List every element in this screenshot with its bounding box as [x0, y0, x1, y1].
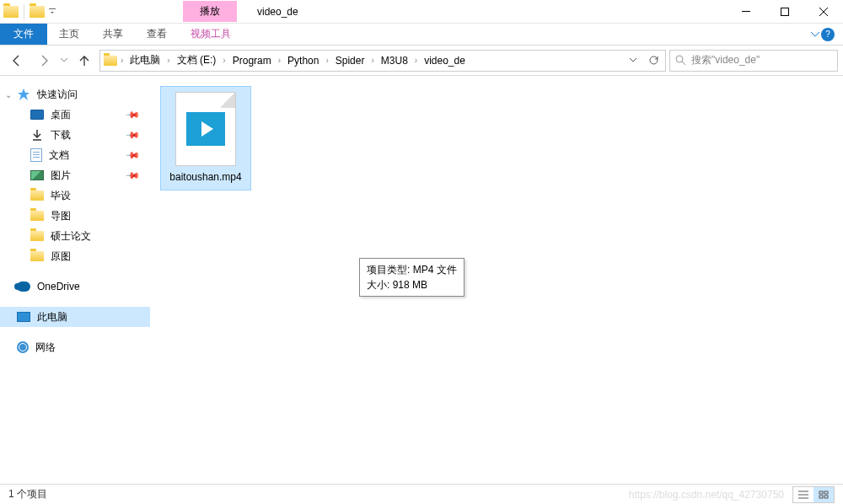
- tab-view[interactable]: 查看: [135, 24, 179, 45]
- details-view-button[interactable]: [793, 487, 813, 502]
- titlebar: 播放 video_de: [0, 0, 843, 24]
- crumb-sep-icon[interactable]: ›: [277, 56, 282, 65]
- svg-point-2: [676, 56, 683, 62]
- pc-icon: [17, 312, 30, 322]
- svg-rect-1: [781, 8, 789, 15]
- status-bar: 1 个项目 https://blog.csdn.net/qq_42730750: [0, 484, 843, 504]
- tooltip-type: 项目类型: MP4 文件: [367, 262, 457, 277]
- large-icons-view-button[interactable]: [813, 487, 834, 502]
- forward-button[interactable]: [32, 49, 56, 72]
- file-list-pane[interactable]: baitoushan.mp4 项目类型: MP4 文件 大小: 918 MB: [150, 76, 843, 484]
- qat-dropdown-icon[interactable]: [46, 6, 58, 18]
- pin-icon: 📌: [124, 167, 140, 183]
- crumb-program[interactable]: Program: [228, 51, 277, 71]
- help-icon[interactable]: ?: [821, 28, 835, 41]
- sidebar-label: 导图: [51, 209, 71, 223]
- view-toggle: [792, 486, 835, 503]
- sidebar-label: 桌面: [51, 108, 71, 122]
- expand-icon[interactable]: ⌄: [5, 90, 12, 99]
- address-dropdown[interactable]: [623, 51, 643, 71]
- maximize-button[interactable]: [765, 0, 804, 24]
- back-button[interactable]: [5, 49, 29, 72]
- folder-icon: [30, 251, 44, 261]
- sidebar-folder-shuoshi[interactable]: 硕士论文: [0, 226, 150, 246]
- history-dropdown[interactable]: [59, 58, 69, 62]
- pictures-icon: [30, 170, 44, 180]
- sidebar-label: 毕设: [51, 189, 71, 203]
- crumb-sep-icon[interactable]: ›: [413, 56, 419, 65]
- quick-access-toolbar: [0, 4, 58, 19]
- location-icon: [102, 52, 119, 69]
- item-count: 1 个项目: [8, 487, 47, 501]
- address-bar[interactable]: › 此电脑 › 文档 (E:) › Program › Python › Spi…: [99, 50, 666, 72]
- pin-icon: 📌: [124, 126, 140, 142]
- sidebar-quick-access[interactable]: ⌄ 快速访问: [0, 84, 150, 105]
- crumb-sep-icon[interactable]: ›: [119, 56, 125, 65]
- sidebar-label: 文档: [49, 148, 69, 163]
- sidebar-documents[interactable]: 文档 📌: [0, 145, 150, 165]
- sidebar-label: 图片: [51, 169, 71, 183]
- folder-icon: [30, 211, 44, 221]
- folder-icon: [30, 231, 44, 241]
- crumb-sep-icon[interactable]: ›: [324, 56, 330, 65]
- crumb-python[interactable]: Python: [282, 51, 324, 71]
- sidebar-downloads[interactable]: 下载 📌: [0, 125, 150, 145]
- file-tooltip: 项目类型: MP4 文件 大小: 918 MB: [359, 258, 464, 297]
- crumb-sep-icon[interactable]: ›: [221, 56, 227, 65]
- search-icon: [675, 55, 686, 66]
- sidebar-folder-yuantu[interactable]: 原图: [0, 246, 150, 266]
- search-placeholder: 搜索"video_de": [691, 53, 760, 67]
- sidebar-label: 网络: [35, 340, 56, 355]
- sidebar-label: 下载: [51, 128, 71, 142]
- svg-rect-3: [819, 491, 823, 494]
- crumb-video-de[interactable]: video_de: [419, 51, 470, 71]
- navigation-bar: › 此电脑 › 文档 (E:) › Program › Python › Spi…: [0, 46, 843, 76]
- qat-folder-icon[interactable]: [30, 6, 45, 18]
- svg-rect-5: [819, 496, 823, 498]
- crumb-sep-icon[interactable]: ›: [369, 56, 375, 65]
- file-item[interactable]: baitoushan.mp4: [160, 86, 251, 190]
- ribbon-collapse[interactable]: ?: [804, 24, 843, 45]
- minimize-button[interactable]: [727, 0, 765, 24]
- sidebar-label: OneDrive: [37, 281, 80, 292]
- sidebar-network[interactable]: 网络: [0, 337, 150, 357]
- svg-rect-4: [824, 491, 828, 494]
- window-title: video_de: [257, 6, 298, 18]
- sidebar-pictures[interactable]: 图片 📌: [0, 165, 150, 185]
- app-icon[interactable]: [3, 6, 19, 18]
- sidebar-folder-bishe[interactable]: 毕设: [0, 185, 150, 206]
- crumb-this-pc[interactable]: 此电脑: [125, 51, 165, 71]
- sidebar-onedrive[interactable]: OneDrive: [0, 276, 150, 297]
- svg-rect-0: [742, 11, 750, 12]
- crumb-drive[interactable]: 文档 (E:): [172, 51, 222, 71]
- tooltip-size: 大小: 918 MB: [367, 277, 457, 292]
- document-icon: [30, 148, 42, 162]
- sidebar-label: 快速访问: [37, 88, 78, 102]
- desktop-icon: [30, 110, 44, 120]
- crumb-spider[interactable]: Spider: [330, 51, 370, 71]
- sidebar-folder-daotu[interactable]: 导图: [0, 206, 150, 226]
- network-icon: [17, 341, 29, 353]
- up-button[interactable]: [72, 49, 96, 72]
- sidebar-this-pc[interactable]: 此电脑: [0, 307, 150, 327]
- crumb-m3u8[interactable]: M3U8: [376, 51, 413, 71]
- sidebar-label: 硕士论文: [51, 229, 91, 244]
- file-name-label: baitoushan.mp4: [169, 171, 241, 185]
- search-input[interactable]: 搜索"video_de": [669, 50, 838, 72]
- close-button[interactable]: [804, 0, 843, 24]
- tab-share[interactable]: 共享: [91, 24, 135, 45]
- tab-video-tools[interactable]: 视频工具: [179, 24, 243, 45]
- video-play-icon: [186, 112, 225, 146]
- sidebar-desktop[interactable]: 桌面 📌: [0, 105, 150, 125]
- tab-file[interactable]: 文件: [0, 24, 47, 45]
- sidebar-label: 此电脑: [37, 310, 67, 324]
- pin-icon: 📌: [124, 147, 140, 163]
- file-thumbnail: [175, 92, 236, 166]
- crumb-sep-icon[interactable]: ›: [165, 56, 171, 65]
- refresh-button[interactable]: [643, 51, 663, 71]
- pin-icon: 📌: [124, 106, 140, 122]
- tab-home[interactable]: 主页: [47, 24, 91, 45]
- ribbon-tabs: 文件 主页 共享 查看 视频工具 ?: [0, 24, 843, 46]
- star-icon: [17, 88, 30, 101]
- watermark-text: https://blog.csdn.net/qq_42730750: [629, 489, 784, 501]
